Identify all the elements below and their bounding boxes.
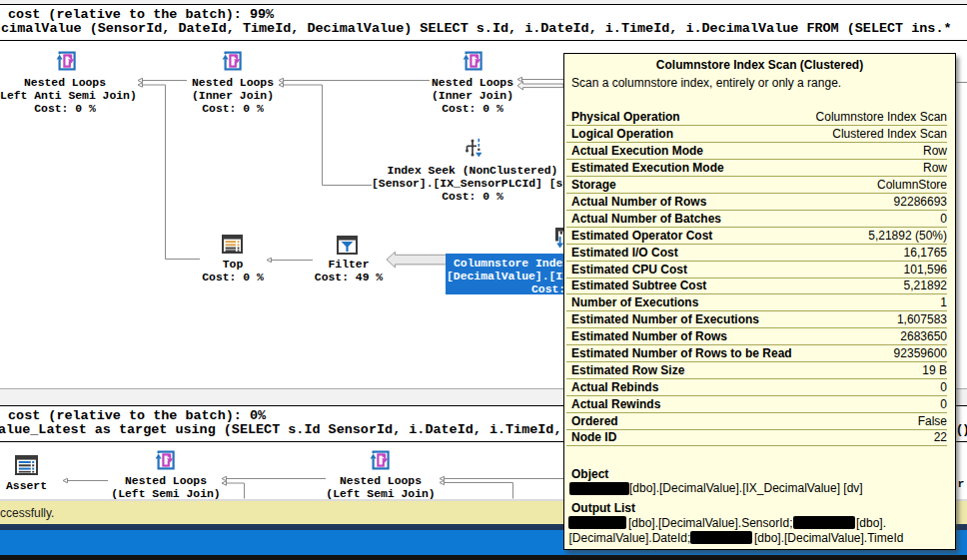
- redaction-box: [793, 516, 855, 529]
- plan2-label-sliver: r: [958, 478, 965, 491]
- property-value: Row: [923, 144, 947, 158]
- tooltip-row: Actual Execution ModeRow: [566, 143, 947, 160]
- nested-loops-icon[interactable]: [370, 449, 391, 471]
- tooltip-output-value: [dbo].: [856, 516, 886, 530]
- property-value: 0: [940, 380, 947, 394]
- property-label: Estimated I/O Cost: [571, 246, 678, 260]
- property-value: Columnstore Index Scan: [816, 110, 947, 124]
- property-label: Actual Number of Rows: [571, 195, 706, 209]
- plan-node-label: [Sensor].[IX_SensorPLCId] [se: [372, 178, 569, 191]
- tooltip-row: Estimated Row Size19 B: [566, 362, 947, 379]
- property-label: Estimated Number of Rows to be Read: [571, 346, 792, 360]
- tooltip-row: StorageColumnStore: [566, 177, 947, 194]
- tooltip-row: Estimated Number of Rows to be Read92359…: [566, 345, 947, 362]
- property-value: 1,607583: [897, 312, 947, 326]
- tooltip-output-value: [dbo].[DecimalValue].SensorId;: [628, 516, 793, 530]
- tooltip-row: Actual Number of Rows92286693: [566, 194, 947, 211]
- property-value: 92359600: [894, 346, 947, 360]
- property-value: 16,1765: [904, 246, 947, 260]
- status-message: ccessfully.: [0, 506, 54, 520]
- tooltip-row: Estimated Execution ModeRow: [566, 160, 947, 177]
- redaction-box: [690, 531, 752, 544]
- execution-plan-window: cost (relative to the batch): 99% cimalV…: [0, 0, 967, 560]
- tooltip-row: Estimated I/O Cost16,1765: [566, 245, 947, 262]
- tooltip-title: Columnstore Index Scan (Clustered): [564, 58, 955, 72]
- property-label: Actual Number of Batches: [571, 212, 721, 226]
- nested-loops-icon[interactable]: [222, 50, 243, 72]
- tooltip-subtitle: Scan a columnstore index, entirely or on…: [571, 76, 841, 90]
- tooltip-output-value: [dbo].[DecimalValue].TimeId: [754, 531, 903, 545]
- property-label: Estimated Row Size: [571, 363, 684, 377]
- property-value: 5,21892: [904, 279, 947, 292]
- tooltip-object-value: [dbo].[DecimalValue].[IX_DecimalValue] […: [629, 481, 863, 495]
- property-value: Row: [923, 161, 947, 175]
- tooltip-row: Physical OperationColumnstore Index Scan: [566, 110, 947, 127]
- tooltip-row: Estimated Subtree Cost5,21892: [566, 279, 947, 295]
- property-label: Estimated CPU Cost: [571, 263, 687, 277]
- property-label: Number of Executions: [571, 295, 698, 309]
- property-label: Estimated Subtree Cost: [571, 279, 706, 292]
- property-value: 92286693: [894, 195, 947, 209]
- query2-sql-text: alue_Latest as target using (SELECT s.Id…: [0, 423, 610, 436]
- nested-loops-icon[interactable]: [463, 50, 484, 72]
- tooltip-row: Actual Number of Batches0: [566, 211, 947, 228]
- tooltip-row: Estimated Number of Rows2683650: [566, 328, 947, 345]
- property-label: Estimated Number of Rows: [571, 329, 727, 343]
- tooltip-row: Logical OperationClustered Index Scan: [566, 126, 947, 143]
- property-value: 5,21892 (50%): [868, 229, 947, 243]
- property-label: Storage: [571, 178, 616, 192]
- taskbar-strip: [0, 555, 967, 560]
- top-icon[interactable]: [222, 235, 243, 254]
- property-label: Actual Execution Mode: [571, 144, 703, 158]
- plan-node-label[interactable]: Nested Loops: [231, 475, 530, 488]
- tooltip-row: Node ID22: [566, 430, 947, 447]
- tooltip-row: Estimated CPU Cost101,596: [566, 262, 947, 279]
- tooltip-row: Estimated Number of Executions1,607583: [566, 311, 947, 328]
- query2-cost-text: cost (relative to the batch): 0%: [8, 409, 266, 422]
- property-value: Clustered Index Scan: [832, 127, 947, 141]
- property-value: 0: [940, 397, 947, 411]
- property-label: Ordered: [571, 414, 618, 428]
- redaction-box: [569, 482, 629, 495]
- property-value: False: [918, 414, 947, 428]
- tooltip-property-rows: Physical OperationColumnstore Index Scan…: [566, 110, 947, 447]
- index-seek-icon[interactable]: [464, 138, 482, 160]
- tooltip-row: Estimated Operator Cost5,21892 (50%): [566, 228, 947, 245]
- property-value: 101,596: [904, 263, 947, 277]
- assert-icon[interactable]: [15, 455, 38, 475]
- nested-loops-icon[interactable]: [56, 50, 77, 72]
- columnstore-index-scan-icon[interactable]: [554, 227, 563, 250]
- property-label: Actual Rewinds: [571, 397, 660, 411]
- property-value: 0: [940, 212, 947, 226]
- tooltip-output-list-header: Output List: [571, 501, 635, 515]
- property-label: Node ID: [571, 430, 616, 444]
- operator-tooltip: Columnstore Index Scan (Clustered) Scan …: [563, 53, 956, 550]
- property-label: Estimated Execution Mode: [571, 161, 724, 175]
- property-label: Logical Operation: [571, 127, 673, 141]
- property-label: Actual Rebinds: [571, 380, 658, 394]
- filter-icon[interactable]: [337, 236, 358, 255]
- property-label: Estimated Operator Cost: [571, 229, 712, 243]
- tooltip-row: OrderedFalse: [566, 413, 947, 430]
- property-value: 22: [934, 430, 947, 444]
- tooltip-row: Actual Rewinds0: [566, 396, 947, 413]
- property-label: Physical Operation: [571, 110, 680, 124]
- property-label: Estimated Number of Executions: [571, 312, 759, 326]
- tooltip-row: Number of Executions1: [566, 294, 947, 311]
- property-value: ColumnStore: [877, 178, 947, 192]
- property-value: 19 B: [922, 363, 947, 377]
- tooltip-object-header: Object: [571, 467, 608, 481]
- tooltip-output-value: [DecimalValue].DateId;: [569, 531, 691, 545]
- nested-loops-icon[interactable]: [155, 449, 176, 471]
- redaction-box: [568, 516, 626, 529]
- query2-sql-text-sliver: (): [956, 423, 967, 436]
- property-value: 2683650: [900, 329, 947, 343]
- property-value: 1: [940, 295, 947, 309]
- tooltip-row: Actual Rebinds0: [566, 379, 947, 396]
